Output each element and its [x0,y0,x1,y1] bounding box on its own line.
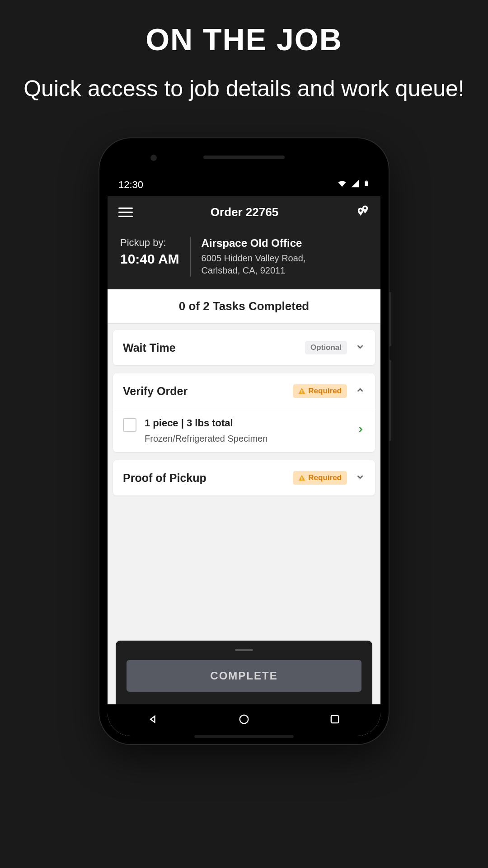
nav-home-button[interactable] [238,713,250,727]
phone-side-button [389,292,391,346]
svg-point-6 [240,715,249,724]
task-tag-optional: Optional [305,341,347,354]
task-tag-required: Required [293,471,347,485]
task-title: Proof of Pickup [123,472,206,485]
task-tag-required: Required [293,384,347,398]
chevron-down-icon [355,342,365,354]
status-bar: 12:30 [108,174,380,196]
page-title: Order 22765 [211,205,278,219]
task-header[interactable]: Wait Time Optional [113,330,375,365]
promo-title: ON THE JOB [0,22,488,57]
phone-camera [150,155,157,161]
app-bar: Order 22765 [108,196,380,228]
task-title: Verify Order [123,385,188,398]
android-nav-bar [108,704,380,736]
task-header[interactable]: Verify Order Required [113,373,375,409]
task-card-verify-order: Verify Order Required [113,373,375,452]
warning-icon [298,387,305,395]
pickup-panel: Pickup by: 10:40 AM Airspace Old Office … [108,228,380,289]
phone-speaker [203,156,285,159]
nav-back-button[interactable] [147,713,160,727]
svg-rect-4 [302,477,302,479]
chevron-up-icon [355,385,365,397]
svg-rect-3 [302,392,302,393]
nav-recents-button[interactable] [328,713,341,727]
task-card-proof-of-pickup: Proof of Pickup Required [113,460,375,495]
location-pin-icon[interactable] [356,204,370,220]
warning-icon [298,474,305,481]
cellular-icon [351,179,360,191]
wifi-icon [337,179,347,191]
menu-button[interactable] [118,208,133,217]
task-title: Wait Time [123,341,176,354]
chevron-down-icon [355,472,365,484]
pickup-location-name: Airspace Old Office [202,237,368,250]
promo-subtitle: Quick access to job details and work que… [0,75,488,102]
pickup-address: 6005 Hidden Valley Road, Carlsbad, CA, 9… [202,252,368,277]
drag-handle[interactable] [235,649,253,651]
task-checkbox[interactable] [123,418,136,432]
tasks-summary: 0 of 2 Tasks Completed [108,289,380,324]
svg-rect-2 [302,390,302,392]
svg-rect-7 [331,716,338,723]
phone-side-button [389,360,391,441]
phone-frame: 12:30 Order 22765 [99,138,389,744]
task-row[interactable]: 1 piece | 3 lbs total Frozen/Refrigerate… [113,409,375,452]
task-card-wait-time: Wait Time Optional [113,330,375,365]
bottom-sheet[interactable]: COMPLETE [116,641,372,704]
chevron-right-icon [356,425,365,437]
svg-rect-0 [365,181,368,186]
task-row-subtitle: Frozen/Refrigerated Specimen [145,434,348,444]
complete-button[interactable]: COMPLETE [127,660,361,692]
task-row-title: 1 piece | 3 lbs total [145,417,348,429]
battery-icon [363,179,370,191]
svg-rect-5 [302,479,302,480]
task-header[interactable]: Proof of Pickup Required [113,460,375,495]
pickup-by-label: Pickup by: [120,237,179,249]
status-time: 12:30 [118,179,143,191]
svg-rect-1 [366,181,367,182]
pickup-time: 10:40 AM [120,251,179,267]
phone-chin [194,735,294,738]
